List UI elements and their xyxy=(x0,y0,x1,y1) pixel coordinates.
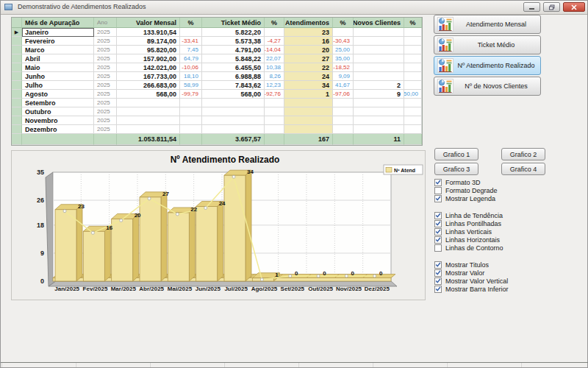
svg-text:0: 0 xyxy=(351,270,355,277)
chart-icon xyxy=(437,38,453,52)
checkbox-mostrar-valor[interactable]: Mostrar Valor xyxy=(434,269,509,277)
table-row-dezembro[interactable]: Dezembro2025 xyxy=(12,125,422,134)
nav-button-1[interactable]: Atendimento Mensal xyxy=(434,15,541,34)
table-row-julho[interactable]: Julho2025266.683,0058,997.843,6212,23344… xyxy=(12,81,422,90)
cell-c-month: Abril xyxy=(22,54,94,63)
cell-c-ticket: 5.573,38 xyxy=(202,37,265,46)
grafico-button-3[interactable]: Grafico 3 xyxy=(434,163,478,175)
table-row-setembro[interactable]: Setembro2025 xyxy=(12,99,422,107)
grafico-button-2[interactable]: Grafico 2 xyxy=(501,148,545,160)
checkbox-linhas-pontilhadas[interactable]: Linhas Pontilhadas xyxy=(434,219,509,227)
cell-c-atend xyxy=(284,125,333,134)
table-row-novembro[interactable]: Novembro2025 xyxy=(12,116,422,125)
checkbox-mostrar-titulos[interactable]: Mostrar Titulos xyxy=(434,261,509,269)
svg-text:Jul/2025: Jul/2025 xyxy=(224,286,248,292)
atendimentos-table: Més de ApuraçãoAnoValor Mensal%Ticket Mé… xyxy=(11,17,423,146)
checkbox-box[interactable] xyxy=(434,244,442,252)
minimize-button-icon[interactable] xyxy=(523,2,540,12)
cell-c-atend: 24 xyxy=(284,72,333,81)
checkbox-box[interactable] xyxy=(434,236,442,244)
svg-text:Ago/2025: Ago/2025 xyxy=(251,286,278,292)
cell-c-ticket xyxy=(202,125,265,134)
check-icon xyxy=(435,261,441,268)
checkbox-box[interactable] xyxy=(434,269,442,277)
cell-c-month: Julho xyxy=(22,81,94,90)
grafico-button-4[interactable]: Grafico 4 xyxy=(501,163,545,175)
cell-c-valor: 133.910,54 xyxy=(117,28,180,37)
check-icon xyxy=(435,269,441,276)
cell-c-pct: 18,10 xyxy=(180,72,202,81)
total-c-pct4 xyxy=(404,134,422,145)
checkbox-box[interactable] xyxy=(434,228,442,236)
table-row-junho[interactable]: Junho2025167.733,0018,106.988,888,26249,… xyxy=(12,72,422,81)
table-row-outubro[interactable]: Outubro2025 xyxy=(12,107,422,116)
cell-c-novos: 2 xyxy=(354,81,404,90)
svg-text:24: 24 xyxy=(219,200,226,207)
checkbox-linha-de-tend-ncia[interactable]: Linha de Tendência xyxy=(434,211,509,219)
cell-c-ticket xyxy=(202,116,265,125)
cell-c-pct xyxy=(180,107,202,116)
table-row-janeiro[interactable]: ▶Janeiro2025133.910,545.822,2023 xyxy=(12,28,422,37)
column-header-c-ano: Ano xyxy=(94,18,117,28)
checkbox-linhas-horizontais[interactable]: Linhas Horizontais xyxy=(434,236,509,244)
checkbox-box[interactable] xyxy=(434,277,442,285)
nav-button-3[interactable]: Nº Atendimento Realizado xyxy=(434,56,541,75)
checkbox-linhas-de-contorno[interactable]: Linhas de Contorno xyxy=(434,244,509,252)
nav-button-4[interactable]: Nº de Novos Clientes xyxy=(434,77,541,96)
checkbox-box[interactable] xyxy=(434,195,442,202)
svg-text:35: 35 xyxy=(37,169,44,176)
close-button-icon[interactable] xyxy=(563,2,585,12)
cell-c-pct: -33,41 xyxy=(180,37,202,46)
svg-text:Mar/2025: Mar/2025 xyxy=(111,286,137,292)
cell-c-pct4 xyxy=(404,37,422,46)
checkbox-box[interactable] xyxy=(434,179,442,186)
nav-button-label: Ticket Médio xyxy=(456,41,540,49)
svg-text:Mai/2025: Mai/2025 xyxy=(168,286,193,292)
cell-c-pct4 xyxy=(404,28,422,37)
checkbox-box[interactable] xyxy=(434,220,442,227)
selected-row-arrow-icon: ▶ xyxy=(15,28,18,37)
table-row-abril[interactable]: Abril2025157.902,0064,795.848,2222,07273… xyxy=(12,54,422,63)
cell-c-novos xyxy=(354,37,404,46)
check-icon xyxy=(435,212,441,219)
checkbox-label: Formato Degrade xyxy=(445,187,498,194)
cell-c-pct3: 25,00 xyxy=(333,46,354,54)
checkbox-label: Formato 3D xyxy=(445,179,481,186)
checkbox-box[interactable] xyxy=(434,286,442,293)
cell-c-month: Dezembro xyxy=(22,125,94,134)
table-row-maio[interactable]: Maio2025142.021,00-10,066.455,5010,3822-… xyxy=(12,63,422,72)
grafico-buttons: Grafico 1Grafico 2Grafico 3Grafico 4 xyxy=(434,148,559,175)
cell-c-ticket xyxy=(202,99,265,107)
total-c-pct3 xyxy=(333,134,354,145)
checkbox-label: Linhas de Contorno xyxy=(445,244,503,252)
svg-text:0: 0 xyxy=(295,270,298,277)
checkbox-mostrar-barra-inferior[interactable]: Mostrar Barra Inferior xyxy=(434,285,509,293)
total-c-valor: 1.053.811,54 xyxy=(117,134,180,145)
checkbox-mostrar-legenda[interactable]: Mostrar Legenda xyxy=(434,194,509,202)
checkbox-box[interactable] xyxy=(434,187,442,194)
cell-c-atend: 27 xyxy=(284,54,333,63)
checkbox-box[interactable] xyxy=(434,212,442,219)
cell-c-novos xyxy=(354,46,404,54)
checkbox-formato-degrade[interactable]: Formato Degrade xyxy=(434,186,509,194)
taskbar[interactable] xyxy=(1,362,588,367)
chart-panel: Nº Atendimento Realizado0918263523162027… xyxy=(11,150,426,300)
nav-button-2[interactable]: Ticket Médio xyxy=(434,35,541,54)
check-icon xyxy=(435,277,441,284)
checkbox-mostrar-valor-vertical[interactable]: Mostrar Valor Vertical xyxy=(434,277,509,285)
checkbox-label: Mostrar Barra Inferior xyxy=(445,286,509,293)
checkbox-formato-3d[interactable]: Formato 3D xyxy=(434,178,509,186)
cell-c-pct4 xyxy=(404,46,422,54)
table-row-fevereiro[interactable]: Fevereiro202589.174,00-33,415.573,38-4,2… xyxy=(12,37,422,46)
column-header-c-pct3: % xyxy=(333,18,354,28)
checkbox-box[interactable] xyxy=(434,261,442,269)
grafico-button-1[interactable]: Grafico 1 xyxy=(434,148,478,160)
title-bar[interactable]: Demonstrativo de Atendimentos Realizados xyxy=(1,1,587,15)
cell-c-pct2: 8,26 xyxy=(265,72,284,81)
table-row-agosto[interactable]: Agosto2025568,00-99,79568,00-92,761-97,0… xyxy=(12,90,422,99)
table-row-marco[interactable]: Marco202595.820,007,454.791,00-14,042025… xyxy=(12,46,422,54)
check-icon xyxy=(435,179,441,185)
svg-text:26: 26 xyxy=(37,197,44,204)
restore-button-icon[interactable] xyxy=(543,2,560,12)
checkbox-linhas-verticais[interactable]: Linhas Verticais xyxy=(434,227,509,236)
